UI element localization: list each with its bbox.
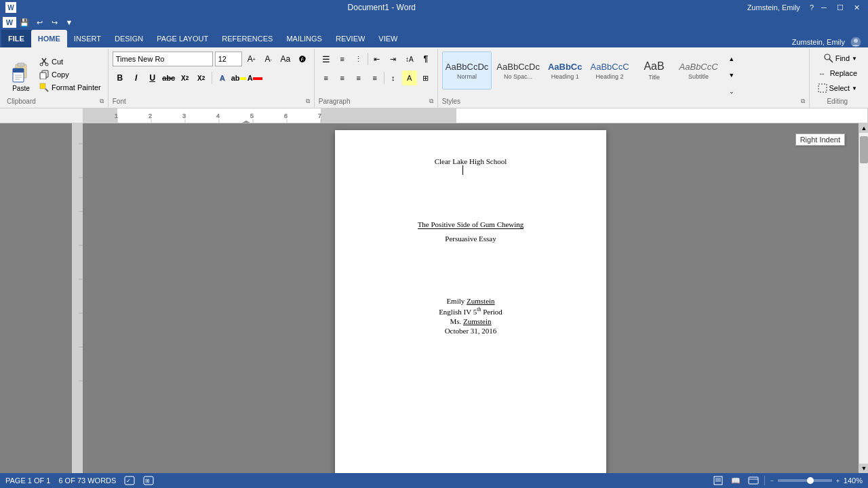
style-normal[interactable]: AaBbCcDc Normal (442, 52, 492, 89)
paste-button[interactable]: Paste (7, 56, 35, 96)
ribbon: Paste Cut (0, 47, 868, 108)
strikethrough-button[interactable]: abc (161, 70, 176, 85)
document-content[interactable]: Clear Lake High School The Positive Side… (369, 157, 572, 335)
bullets-button[interactable]: ☰ (319, 52, 334, 66)
ruler-area: 1 2 3 4 5 6 7 (0, 108, 868, 123)
styles-expand-icon[interactable]: ⧉ (801, 98, 805, 105)
styles-more[interactable]: ⌄ (724, 84, 739, 96)
print-layout-icon (713, 476, 724, 485)
scroll-up-button[interactable]: ▲ (859, 123, 868, 133)
style-subtitle[interactable]: AaBbCcC Subtitle (676, 52, 722, 89)
find-label: Find (835, 54, 850, 62)
tab-references[interactable]: REFERENCES (215, 30, 279, 47)
ribbon-tabs: FILE HOME INSERT DESIGN PAGE LAYOUT REFE… (0, 30, 868, 47)
tab-insert[interactable]: INSERT (67, 30, 108, 47)
word-icon: W (5, 2, 16, 13)
svg-rect-20 (818, 84, 827, 92)
font-size-input[interactable] (215, 52, 242, 66)
style-heading2[interactable]: AaBbCcC Heading 2 (587, 52, 632, 89)
style-no-spacing[interactable]: AaBbCcDc No Spac... (493, 52, 543, 89)
web-layout-button[interactable] (747, 474, 760, 487)
minimize-button[interactable]: ─ (818, 1, 830, 14)
word-count: 6 OF 73 WORDS (58, 476, 116, 485)
tab-page-layout[interactable]: PAGE LAYOUT (150, 30, 215, 47)
italic-button[interactable]: I (129, 70, 144, 85)
justify-button[interactable]: ≡ (368, 70, 382, 85)
tab-mailings[interactable]: MAILINGS (279, 30, 329, 47)
read-mode-button[interactable]: 📖 (729, 474, 743, 487)
clear-formatting-button[interactable]: 🅐 (295, 52, 310, 66)
line-spacing-button[interactable]: ↕ (386, 70, 401, 85)
style-title[interactable]: AaB Title (634, 52, 675, 89)
zoom-in-button[interactable]: ＋ (835, 476, 841, 485)
increase-indent-button[interactable]: ⇥ (386, 52, 401, 66)
print-layout-view-button[interactable] (711, 474, 725, 487)
shading-button[interactable]: A (402, 70, 417, 85)
customize-qat-button[interactable]: ▼ (62, 16, 76, 28)
tab-design[interactable]: DESIGN (108, 30, 150, 47)
clipboard-expand-icon[interactable]: ⧉ (100, 98, 104, 105)
find-button[interactable]: Find ▼ (820, 52, 861, 65)
text-highlight-button[interactable]: ab (231, 70, 246, 85)
tab-file[interactable]: FILE (1, 30, 31, 47)
close-button[interactable]: ✕ (850, 1, 863, 14)
numbering-button[interactable]: ≡ (335, 52, 350, 66)
help-icon[interactable]: ? (810, 3, 814, 12)
align-center-button[interactable]: ≡ (335, 70, 350, 85)
status-right: 📖 － ＋ 140% (711, 474, 863, 487)
scroll-track[interactable] (859, 133, 868, 464)
styles-scroll-down[interactable]: ▼ (724, 68, 739, 83)
styles-scroll-up[interactable]: ▲ (724, 52, 739, 66)
zoom-thumb[interactable] (807, 477, 814, 484)
align-right-button[interactable]: ≡ (351, 70, 366, 85)
bold-button[interactable]: B (113, 70, 127, 85)
save-button[interactable]: 💾 (18, 16, 31, 28)
undo-button[interactable]: ↩ (33, 16, 46, 28)
format-painter-button[interactable]: Format Painter (37, 81, 104, 94)
underline-button[interactable]: U (145, 70, 160, 85)
cut-icon (39, 57, 49, 66)
title-right: Zumstein, Emily ? ─ ☐ ✕ (747, 1, 863, 14)
tab-home[interactable]: HOME (31, 30, 67, 47)
shrink-font-button[interactable]: A- (261, 52, 276, 66)
text-effects-button[interactable]: A (215, 70, 230, 85)
zoom-level[interactable]: 140% (844, 476, 863, 485)
font-color-button[interactable]: A (248, 70, 262, 85)
document-area[interactable]: Right Indent Clear Lake High School The … (83, 123, 859, 473)
ruler[interactable]: 1 2 3 4 5 6 7 (83, 108, 868, 123)
grow-font-button[interactable]: A+ (244, 52, 259, 66)
subscript-button[interactable]: X2 (178, 70, 193, 85)
sort-button[interactable]: ↕A (402, 52, 417, 66)
borders-button[interactable]: ⊞ (418, 70, 433, 85)
restore-button[interactable]: ☐ (834, 1, 846, 14)
select-button[interactable]: Select ▼ (814, 81, 862, 95)
redo-button[interactable]: ↪ (47, 16, 61, 28)
proofing-icon[interactable]: ✓ (124, 476, 135, 485)
scroll-down-button[interactable]: ▼ (859, 464, 868, 473)
zoom-out-button[interactable]: － (769, 476, 775, 485)
scroll-thumb[interactable] (860, 136, 868, 163)
align-left-button[interactable]: ≡ (319, 70, 334, 85)
find-dropdown-icon: ▼ (852, 56, 857, 62)
superscript-button[interactable]: X2 (194, 70, 209, 85)
font-expand-icon[interactable]: ⧉ (306, 98, 310, 105)
document-page[interactable]: Clear Lake High School The Positive Side… (335, 130, 606, 473)
multilevel-list-button[interactable]: ⋮ (351, 52, 366, 66)
select-label: Select (829, 84, 850, 92)
track-changes-icon[interactable]: ⊞ (143, 476, 154, 485)
tab-view[interactable]: VIEW (372, 30, 404, 47)
show-hide-button[interactable]: ¶ (418, 52, 433, 66)
copy-button[interactable]: Copy (37, 68, 104, 81)
paragraph-expand-icon[interactable]: ⧉ (429, 98, 433, 105)
vertical-scrollbar[interactable]: ▲ ▼ (859, 123, 868, 473)
font-case-button[interactable]: Aa (278, 52, 293, 66)
tab-review[interactable]: REVIEW (329, 30, 372, 47)
decrease-indent-button[interactable]: ⇤ (370, 52, 384, 66)
style-heading1[interactable]: AaBbCc Heading 1 (545, 52, 586, 89)
replace-button[interactable]: ↔ Replace (814, 66, 861, 80)
font-name-input[interactable] (113, 52, 213, 66)
zoom-control[interactable]: － ＋ 140% (769, 476, 863, 485)
zoom-slider[interactable] (778, 479, 832, 482)
cut-button[interactable]: Cut (37, 56, 104, 68)
select-dropdown-icon: ▼ (852, 85, 857, 92)
